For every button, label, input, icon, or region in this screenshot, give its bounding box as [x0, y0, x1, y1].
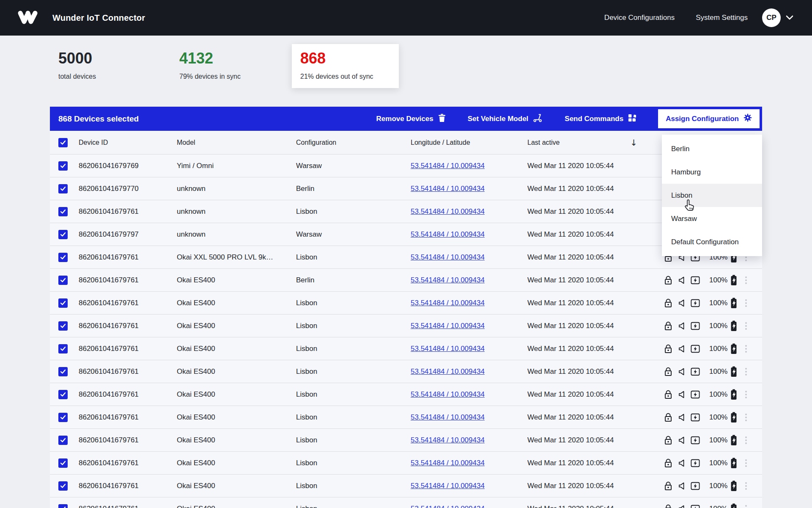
lock-icon[interactable]	[664, 275, 673, 285]
sort-descending-icon[interactable]: ↓	[630, 138, 637, 147]
coordinates-link[interactable]: 53.541484 / 10.009434	[411, 207, 485, 215]
assign-configuration-dropdown: Berlin Hamburg Lisbon Warsaw Default Con…	[662, 135, 762, 256]
coordinates-link[interactable]: 53.541484 / 10.009434	[411, 322, 485, 330]
lock-icon[interactable]	[664, 367, 673, 377]
dropdown-item-warsaw[interactable]: Warsaw	[662, 207, 762, 230]
dropdown-item-hamburg[interactable]: Hamburg	[662, 160, 762, 184]
row-menu-kebab-icon[interactable]	[743, 343, 749, 354]
lock-icon[interactable]	[664, 458, 673, 468]
coordinates-link[interactable]: 53.541484 / 10.009434	[411, 505, 485, 508]
selection-count-label: 868 Devices selected	[58, 114, 139, 124]
row-checkbox[interactable]	[58, 481, 68, 491]
row-checkbox[interactable]	[58, 504, 68, 508]
assign-configuration-button[interactable]: Assign Configuration	[658, 109, 760, 128]
stat-devices-out-of-sync[interactable]: 868 21% devices out of sync	[292, 44, 399, 88]
row-checkbox[interactable]	[58, 413, 68, 422]
row-menu-kebab-icon[interactable]	[743, 458, 749, 469]
charge-icon[interactable]	[691, 275, 700, 285]
coordinates-link[interactable]: 53.541484 / 10.009434	[411, 276, 485, 284]
row-checkbox[interactable]	[58, 458, 68, 468]
row-checkbox[interactable]	[58, 367, 68, 376]
row-checkbox[interactable]	[58, 161, 68, 171]
row-checkbox[interactable]	[58, 344, 68, 353]
row-menu-kebab-icon[interactable]	[743, 435, 749, 446]
lock-icon[interactable]	[664, 298, 673, 308]
charge-icon[interactable]	[691, 389, 700, 400]
coordinates-link[interactable]: 53.541484 / 10.009434	[411, 185, 485, 193]
coordinates-link[interactable]: 53.541484 / 10.009434	[411, 230, 485, 238]
speaker-icon[interactable]	[677, 321, 686, 331]
row-menu-kebab-icon[interactable]	[743, 275, 749, 286]
row-checkbox[interactable]	[58, 253, 68, 262]
coordinates-link[interactable]: 53.541484 / 10.009434	[411, 413, 485, 421]
trash-icon	[438, 113, 446, 124]
charge-icon[interactable]	[691, 435, 700, 445]
row-checkbox[interactable]	[58, 390, 68, 399]
send-commands-button[interactable]: Send Commands	[565, 114, 636, 124]
lock-icon[interactable]	[664, 321, 673, 331]
lock-icon[interactable]	[664, 412, 673, 422]
nav-link-system-settings[interactable]: System Settings	[696, 14, 748, 22]
lock-icon[interactable]	[664, 481, 673, 491]
speaker-icon[interactable]	[677, 504, 686, 508]
row-checkbox[interactable]	[58, 436, 68, 445]
last-active-cell: Wed Mar 11 2020 10:05:44	[527, 185, 664, 193]
stats-row: 5000 total devices 4132 79% devices in s…	[50, 36, 762, 97]
coordinates-link[interactable]: 53.541484 / 10.009434	[411, 345, 485, 353]
dropdown-item-berlin[interactable]: Berlin	[662, 137, 762, 160]
lock-icon[interactable]	[664, 504, 673, 508]
charge-icon[interactable]	[691, 481, 700, 491]
coordinates-link[interactable]: 53.541484 / 10.009434	[411, 390, 485, 398]
dropdown-item-default-configuration[interactable]: Default Configuration	[662, 230, 762, 254]
row-checkbox[interactable]	[58, 184, 68, 193]
dropdown-item-label: Lisbon	[671, 191, 692, 200]
user-avatar[interactable]: CP	[762, 8, 781, 27]
chevron-down-icon[interactable]	[786, 15, 793, 20]
charge-icon[interactable]	[691, 344, 700, 354]
speaker-icon[interactable]	[677, 367, 686, 377]
dropdown-item-lisbon[interactable]: Lisbon	[662, 184, 762, 207]
row-menu-kebab-icon[interactable]	[743, 366, 749, 377]
coordinates-link[interactable]: 53.541484 / 10.009434	[411, 162, 485, 170]
charge-icon[interactable]	[691, 458, 700, 468]
row-checkbox[interactable]	[58, 230, 68, 239]
row-menu-kebab-icon[interactable]	[743, 503, 749, 508]
coordinates-link[interactable]: 53.541484 / 10.009434	[411, 299, 485, 307]
row-checkbox[interactable]	[58, 207, 68, 216]
lock-icon[interactable]	[664, 435, 673, 445]
charge-icon[interactable]	[691, 321, 700, 331]
row-menu-kebab-icon[interactable]	[743, 412, 749, 423]
speaker-icon[interactable]	[677, 481, 686, 491]
row-menu-kebab-icon[interactable]	[743, 298, 749, 309]
charge-icon[interactable]	[691, 367, 700, 377]
row-menu-kebab-icon[interactable]	[743, 320, 749, 331]
coordinates-link[interactable]: 53.541484 / 10.009434	[411, 482, 485, 490]
coordinates-link[interactable]: 53.541484 / 10.009434	[411, 459, 485, 467]
coordinates-link[interactable]: 53.541484 / 10.009434	[411, 253, 485, 261]
speaker-icon[interactable]	[677, 344, 686, 354]
row-checkbox[interactable]	[58, 298, 68, 308]
lock-icon[interactable]	[664, 344, 673, 354]
speaker-icon[interactable]	[677, 412, 686, 422]
select-all-checkbox[interactable]	[58, 138, 68, 147]
charge-icon[interactable]	[691, 504, 700, 508]
row-menu-kebab-icon[interactable]	[743, 480, 749, 491]
row-checkbox[interactable]	[58, 321, 68, 331]
stat-total-devices[interactable]: 5000 total devices	[50, 44, 171, 80]
coordinates-link[interactable]: 53.541484 / 10.009434	[411, 367, 485, 375]
speaker-icon[interactable]	[677, 435, 686, 445]
set-vehicle-model-button[interactable]: Set Vehicle Model	[468, 113, 543, 124]
charge-icon[interactable]	[691, 412, 700, 422]
stat-devices-in-sync[interactable]: 4132 79% devices in sync	[171, 44, 292, 80]
speaker-icon[interactable]	[677, 275, 686, 285]
speaker-icon[interactable]	[677, 458, 686, 468]
lock-icon[interactable]	[664, 389, 673, 400]
charge-icon[interactable]	[691, 298, 700, 308]
nav-link-device-configurations[interactable]: Device Configurations	[604, 14, 675, 22]
remove-devices-button[interactable]: Remove Devices	[376, 113, 446, 124]
speaker-icon[interactable]	[677, 298, 686, 308]
row-checkbox[interactable]	[58, 276, 68, 285]
coordinates-link[interactable]: 53.541484 / 10.009434	[411, 436, 485, 444]
row-menu-kebab-icon[interactable]	[743, 389, 749, 400]
speaker-icon[interactable]	[677, 389, 686, 400]
